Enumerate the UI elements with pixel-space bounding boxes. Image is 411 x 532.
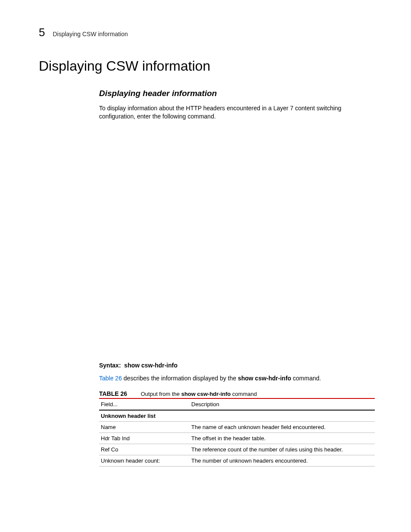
section-label: Unknown header list xyxy=(99,410,375,422)
cell-desc: The name of each unknown header field en… xyxy=(190,421,375,432)
running-title: Displaying CSW information xyxy=(53,31,128,37)
cell-desc: The number of unknown headers encountere… xyxy=(190,455,375,466)
desc-mid: describes the information displayed by t… xyxy=(122,375,238,382)
cell-field: Unknown header count: xyxy=(99,455,190,466)
syntax-command: show csw-hdr-info xyxy=(124,362,177,369)
table-link[interactable]: Table 26 xyxy=(99,375,122,382)
syntax-label: Syntax: xyxy=(99,362,121,369)
col-field: Field... xyxy=(99,398,190,410)
subsection-heading: Displaying header information xyxy=(99,89,372,98)
col-desc: Description xyxy=(190,398,375,410)
table-label: TABLE 26 xyxy=(99,390,127,397)
cell-field: Name xyxy=(99,421,190,432)
cell-field: Ref Co xyxy=(99,444,190,455)
table-row: Ref Co The reference count of the number… xyxy=(99,444,375,455)
caption-bold: show csw-hdr-info xyxy=(181,391,231,397)
desc-tail: command. xyxy=(291,375,321,382)
table-reference-line: Table 26 describes the information displ… xyxy=(99,375,372,382)
desc-cmd: show csw-hdr-info xyxy=(238,375,291,382)
syntax-line: Syntax: show csw-hdr-info xyxy=(99,362,372,369)
running-header: 5 Displaying CSW information xyxy=(39,26,372,39)
table-header-row: Field... Description xyxy=(99,398,375,410)
cell-desc: The reference count of the number of rul… xyxy=(190,444,375,455)
caption-pre: Output from the xyxy=(141,391,181,397)
caption-post: command xyxy=(231,391,257,397)
section-title: Displaying CSW information xyxy=(39,58,372,74)
intro-paragraph: To display information about the HTTP he… xyxy=(99,104,372,121)
chapter-number: 5 xyxy=(39,26,45,39)
table-row: Name The name of each unknown header fie… xyxy=(99,421,375,432)
table-row: Unknown header count: The number of unkn… xyxy=(99,455,375,466)
table-section-row: Unknown header list xyxy=(99,410,375,422)
table-row: Hdr Tab Ind The offset in the header tab… xyxy=(99,432,375,444)
table-caption: TABLE 26 Output from the show csw-hdr-in… xyxy=(99,390,372,397)
cell-desc: The offset in the header table. xyxy=(190,432,375,444)
cell-field: Hdr Tab Ind xyxy=(99,432,190,444)
output-table: Field... Description Unknown header list… xyxy=(99,398,375,467)
